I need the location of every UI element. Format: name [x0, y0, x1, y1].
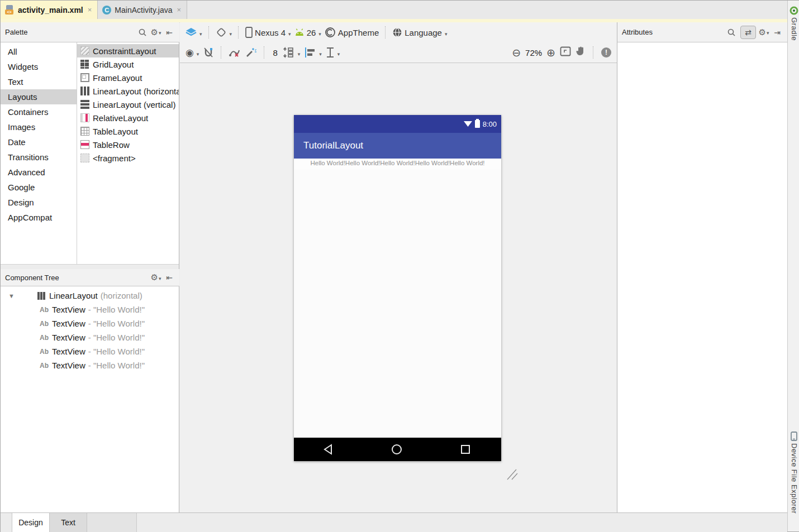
zoom-in-icon[interactable] — [546, 47, 555, 58]
nav-recents-icon — [460, 444, 470, 454]
android-studio-window: activity_main.xml × MainActivity.java × … — [0, 0, 799, 532]
tab-mainactivity-java[interactable]: MainActivity.java × — [98, 1, 187, 19]
infer-constraints-button[interactable] — [245, 47, 257, 58]
palette-item-framelayout[interactable]: FrameLayout — [77, 71, 179, 84]
palette-header: Palette — [1, 22, 179, 42]
device-preview[interactable]: 8:00 TutorialLayout Hello World!Hello Wo… — [294, 115, 501, 461]
palette-item-label: LinearLayout (vertical) — [93, 100, 175, 109]
palette-category-all[interactable]: All — [1, 44, 77, 59]
palette-category-containers[interactable]: Containers — [1, 104, 77, 119]
palette-item-fragment[interactable]: <fragment> — [77, 151, 179, 165]
battery-icon — [475, 120, 480, 128]
tree-row-textview[interactable]: TextView - "Hello World!" — [1, 358, 179, 372]
design-canvas[interactable]: 8:00 TutorialLayout Hello World!Hello Wo… — [180, 63, 617, 512]
palette-item-linearlayout-horizontal[interactable]: LinearLayout (horizontal) — [77, 84, 179, 98]
hide-panel-icon[interactable] — [164, 27, 175, 38]
expand-vertical-button[interactable] — [326, 47, 340, 58]
tablelayout-icon — [80, 127, 89, 136]
attributes-panel — [617, 22, 787, 512]
theme-selector[interactable]: AppTheme — [325, 27, 379, 38]
tab-text[interactable]: Text — [50, 513, 87, 532]
tab-label: activity_main.xml — [18, 6, 83, 15]
default-margin-button[interactable]: 8 — [272, 48, 278, 57]
textview-icon — [40, 334, 49, 342]
tree-node-value: - "Hello World!" — [88, 361, 145, 370]
zoom-to-fit-icon[interactable] — [560, 46, 571, 59]
palette-category-widgets[interactable]: Widgets — [1, 59, 77, 74]
tree-row-textview[interactable]: TextView - "Hello World!" — [1, 317, 179, 330]
search-icon[interactable] — [726, 27, 737, 38]
palette-item-gridlayout[interactable]: GridLayout — [77, 57, 179, 71]
textview-icon — [40, 306, 49, 314]
gear-icon[interactable] — [150, 272, 161, 283]
tree-row-textview[interactable]: TextView - "Hello World!" — [1, 330, 179, 344]
editor-tab-bar: activity_main.xml × MainActivity.java × — [1, 1, 787, 20]
palette-item-constraintlayout[interactable]: ConstraintLayout — [77, 44, 179, 57]
nav-home-icon — [391, 444, 402, 455]
tree-row-textview[interactable]: TextView - "Hello World!" — [1, 303, 179, 317]
magnet-off-icon — [203, 47, 214, 58]
preview-content-area[interactable] — [294, 170, 501, 438]
phone-icon — [245, 27, 253, 38]
textview-icon — [40, 362, 49, 370]
expand-vertical-icon — [326, 47, 335, 58]
design-toolbar-bottom: 8 72% — [180, 42, 617, 63]
language-selector[interactable]: Language — [392, 27, 447, 37]
palette-item-tablerow[interactable]: TableRow — [77, 138, 179, 151]
palette-item-tablelayout[interactable]: TableLayout — [77, 124, 179, 138]
palette-category-date[interactable]: Date — [1, 135, 77, 150]
gear-icon[interactable] — [150, 27, 161, 38]
close-icon[interactable]: × — [177, 6, 182, 14]
magic-wand-icon — [245, 47, 257, 58]
resize-handle-icon[interactable] — [505, 468, 519, 481]
design-surface-button[interactable] — [186, 27, 202, 37]
device-selector[interactable]: Nexus 4 — [245, 27, 291, 38]
gradle-tool-button[interactable]: Gradle — [788, 6, 799, 41]
pan-icon[interactable] — [576, 46, 586, 59]
palette-category-appcompat[interactable]: AppCompat — [1, 210, 77, 225]
preview-textviews[interactable]: Hello World!Hello World!Hello World!Hell… — [294, 159, 501, 170]
textview-icon — [40, 320, 49, 328]
autoconnect-button[interactable] — [203, 47, 214, 58]
orientation-button[interactable] — [216, 27, 232, 38]
tree-node-value: - "Hello World!" — [88, 305, 145, 314]
tab-label: MainActivity.java — [115, 6, 172, 15]
tree-node-detail: (horizontal) — [101, 291, 142, 300]
layers-icon — [186, 27, 197, 37]
api-selector[interactable]: 26 — [294, 28, 321, 37]
align-button[interactable] — [304, 47, 322, 58]
component-tree: LinearLayout (horizontal) TextView - "He… — [1, 286, 179, 511]
zoom-out-icon[interactable] — [512, 47, 521, 58]
device-file-explorer-tool-button[interactable]: Device File Explorer — [788, 432, 799, 514]
design-toolbar-top: Nexus 4 26 AppTheme Language — [180, 22, 617, 42]
issues-icon[interactable] — [601, 47, 611, 57]
palette-category-images[interactable]: Images — [1, 119, 77, 135]
close-icon[interactable]: × — [88, 6, 92, 14]
palette-category-transitions[interactable]: Transitions — [1, 150, 77, 165]
tree-node-value: - "Hello World!" — [88, 347, 145, 356]
device-icon — [791, 432, 797, 441]
tree-row-textview[interactable]: TextView - "Hello World!" — [1, 344, 179, 358]
search-icon[interactable] — [137, 27, 148, 38]
expand-arrow-icon[interactable] — [8, 293, 16, 299]
tab-design[interactable]: Design — [12, 513, 50, 532]
clear-constraints-button[interactable] — [229, 47, 241, 58]
palette-category-layouts[interactable]: Layouts — [1, 89, 77, 104]
tree-node-label: TextView — [52, 305, 85, 314]
tab-activity-main-xml[interactable]: activity_main.xml × — [1, 1, 98, 19]
hide-panel-icon[interactable] — [772, 27, 783, 38]
palette-category-text[interactable]: Text — [1, 74, 77, 89]
palette-category-advanced[interactable]: Advanced — [1, 165, 77, 180]
view-options-button[interactable] — [186, 48, 199, 57]
hide-panel-icon[interactable] — [164, 272, 175, 283]
language-label: Language — [405, 28, 442, 37]
gear-icon[interactable] — [758, 27, 769, 38]
palette-category-google[interactable]: Google — [1, 180, 77, 195]
palette-item-relativelayout[interactable]: RelativeLayout — [77, 111, 179, 124]
guidelines-button[interactable] — [283, 47, 301, 58]
slice-mode-icon[interactable] — [740, 26, 756, 39]
rotate-device-icon — [216, 27, 227, 38]
palette-item-linearlayout-vertical[interactable]: LinearLayout (vertical) — [77, 98, 179, 111]
palette-category-design[interactable]: Design — [1, 195, 77, 210]
tree-row-linearlayout[interactable]: LinearLayout (horizontal) — [1, 289, 179, 303]
